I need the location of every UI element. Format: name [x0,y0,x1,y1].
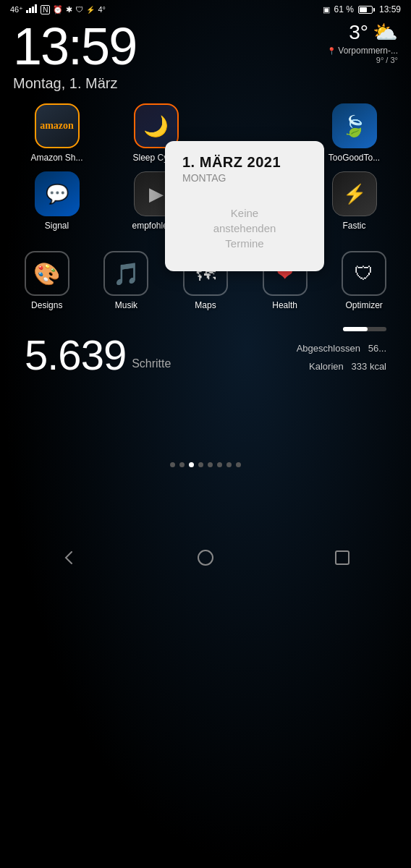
weather-location: 📍 Vorpommern-... [327,46,398,56]
dot-1[interactable] [179,462,185,467]
clock-area: 13:59 Montag, 1. März [13,20,136,92]
steps-stat1-label: Abgeschlossen [297,343,360,354]
dot-2[interactable] [189,462,194,467]
screen-icon: ▣ [323,5,330,14]
designs-icon: 🎨 [33,261,60,286]
app-amazon[interactable]: amazon Amazon Sh... [22,103,92,163]
calendar-no-events: KeineanstehendenTermine [182,205,307,251]
dot-4[interactable] [208,462,213,467]
calendar-weekday: MONTAG [182,172,307,184]
svg-rect-0 [26,10,28,13]
svg-point-38 [198,550,213,565]
dot-0[interactable] [170,462,175,467]
svg-rect-39 [336,551,349,564]
alarm-icon: ⏰ [53,5,63,14]
signal-strength: 46⁺ [10,5,23,14]
app-fastic[interactable]: ⚡ Fastic [320,171,389,231]
app-health-label: Health [272,300,297,310]
steps-stat2-label: Kalorien [309,361,344,372]
weather-temp-main: 3° [349,21,368,44]
empfohlen-icon: ▶ [149,183,164,205]
app-toogood[interactable]: 🍃 TooGoodTo... [320,103,389,163]
signal-bars [26,4,38,14]
clock-date: Montag, 1. März [13,75,136,92]
dot-3[interactable] [198,462,203,467]
app-musik-label: Musik [115,300,137,310]
weather-widget[interactable]: 3° ⛅ 📍 Vorpommern-... 9° / 3° [327,20,398,64]
calendar-date: 1. MÄRZ 2021 [182,154,307,171]
musik-icon: 🎵 [113,261,140,286]
app-maps-label: Maps [195,300,216,310]
nfc-icon: N [41,5,50,14]
status-right: ▣ 61 % 13:59 [323,4,401,14]
app-musik[interactable]: 🎵 Musik [91,251,161,310]
app-toogood-label: TooGoodTo... [329,153,380,163]
nav-bar [0,539,411,576]
home-button[interactable] [190,542,221,574]
calendar-popup[interactable]: 1. MÄRZ 2021 MONTAG KeineanstehendenTerm… [165,141,324,271]
steps-stat2-value: 333 kcal [352,361,386,372]
toogood-icon: 🍃 [342,114,367,138]
temp-value: 4° [98,5,106,14]
app-signal[interactable]: 💬 Signal [22,171,92,231]
status-left: 46⁺ N ⏰ ✱ 🛡 ⚡ 4° [10,4,106,14]
steps-widget[interactable]: 5.639 Schritte Abgeschlossen 56... Kalor… [10,320,401,389]
dot-7[interactable] [236,462,241,467]
shield-icon: 🛡 [75,5,83,14]
location-pin-icon: 📍 [327,47,336,55]
app-fastic-label: Fastic [342,221,365,231]
bluetooth-icon: ✱ [66,5,72,14]
battery-icon [358,6,375,14]
dot-5[interactable] [217,462,222,467]
svg-rect-1 [29,8,31,13]
charging-icon: ⚡ [86,6,95,14]
amazon-icon: amazon [40,120,74,132]
dot-6[interactable] [226,462,232,467]
app-amazon-label: Amazon Sh... [30,153,82,163]
app-optimizer[interactable]: 🛡 Optimizer [329,251,399,310]
signal-app-icon: 💬 [46,183,69,205]
fastic-icon: ⚡ [343,183,366,205]
steps-count: 5.639 [25,331,126,379]
svg-rect-2 [32,7,34,13]
optimizer-icon: 🛡 [355,263,373,285]
clock-time: 13:59 [13,20,136,72]
weather-cloud-icon: ⛅ [373,20,398,44]
steps-stat1-value: 56... [368,343,386,354]
app-designs-label: Designs [31,300,62,310]
battery-percent: 61 % [334,4,354,14]
app-signal-label: Signal [45,221,69,231]
status-time: 13:59 [379,4,401,14]
page-dots [0,458,411,470]
back-button[interactable] [53,542,85,574]
weather-range: 9° / 3° [327,56,398,64]
sleep-cycle-icon: 🌙 [143,114,169,138]
app-designs[interactable]: 🎨 Designs [12,251,82,310]
svg-rect-3 [35,4,37,13]
steps-unit: Schritte [132,357,171,370]
recents-button[interactable] [326,542,358,574]
status-bar: 46⁺ N ⏰ ✱ 🛡 ⚡ 4° ▣ 61 % 13:59 [0,0,411,17]
app-optimizer-label: Optimizer [346,300,383,310]
